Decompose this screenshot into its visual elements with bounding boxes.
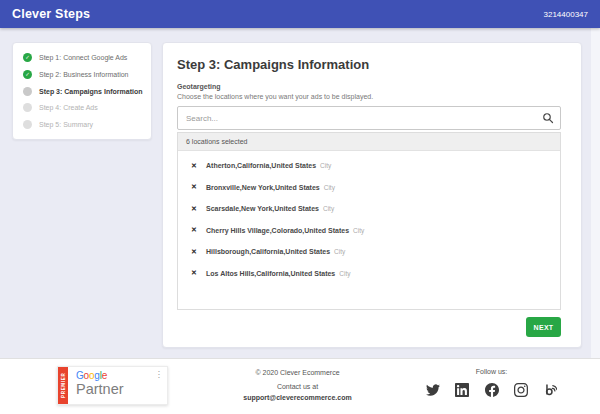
location-item: ✕ Los Altos Hills,California,United Stat…	[178, 263, 560, 285]
partner-label: Partner	[76, 382, 124, 397]
step-label: Step 2: Business Information	[39, 71, 129, 78]
step-dot-icon	[23, 87, 32, 96]
scrollbar-track[interactable]	[591, 28, 600, 358]
geotargeting-label: Geotargeting	[177, 83, 561, 90]
location-search	[177, 106, 561, 130]
location-name: Bronxville,New York,United States	[206, 184, 320, 191]
app-screen: Clever Steps 3214400347 ✓ Step 1: Connec…	[0, 0, 600, 414]
sidebar-item-step-1[interactable]: ✓ Step 1: Connect Google Ads	[23, 53, 141, 62]
premier-ribbon: PREMIER	[58, 367, 68, 404]
steps-sidebar: ✓ Step 1: Connect Google Ads ✓ Step 2: B…	[12, 42, 152, 140]
facebook-icon[interactable]	[485, 383, 499, 397]
google-letter: G	[76, 370, 84, 381]
kebab-menu-icon[interactable]: ⋮	[155, 370, 164, 379]
location-type-badge: City	[323, 205, 334, 212]
step-dot-icon	[23, 120, 32, 129]
location-type-badge: City	[334, 248, 345, 255]
location-item: ✕ Atherton,California,United States City	[178, 155, 560, 177]
linkedin-icon[interactable]	[455, 383, 469, 397]
remove-location-icon[interactable]: ✕	[191, 162, 202, 170]
contact-line: Contact us at	[190, 383, 405, 390]
location-type-badge: City	[320, 162, 331, 169]
footer-social: Follow us:	[425, 368, 558, 397]
instagram-icon[interactable]	[514, 383, 528, 397]
footer-center: © 2020 Clever Ecommerce Contact us at su…	[190, 369, 405, 401]
location-item: ✕ Hillsborough,California,United States …	[178, 241, 560, 263]
sidebar-item-step-2[interactable]: ✓ Step 2: Business Information	[23, 70, 141, 79]
google-logo: Google	[76, 371, 124, 381]
location-name: Hillsborough,California,United States	[206, 248, 330, 255]
location-name: Cherry Hills Village,Colorado,United Sta…	[206, 227, 349, 234]
remove-location-icon[interactable]: ✕	[191, 183, 202, 191]
location-type-badge: City	[324, 184, 335, 191]
location-type-badge: City	[353, 227, 364, 234]
location-name: Los Altos Hills,California,United States	[206, 270, 335, 277]
google-letter: e	[102, 370, 107, 381]
location-name: Atherton,California,United States	[206, 162, 316, 169]
location-name: Scarsdale,New York,United States	[206, 205, 319, 212]
remove-location-icon[interactable]: ✕	[191, 205, 202, 213]
copyright: © 2020 Clever Ecommerce	[190, 369, 405, 376]
follow-us-label: Follow us:	[425, 368, 558, 375]
step-label: Step 1: Connect Google Ads	[39, 54, 127, 61]
app-footer: PREMIER Google Partner ⋮ © 2020 Clever E…	[0, 358, 600, 414]
step-label: Step 4: Create Ads	[39, 104, 98, 111]
remove-location-icon[interactable]: ✕	[191, 226, 202, 234]
app-title: Clever Steps	[12, 7, 90, 21]
social-icons-row	[425, 383, 558, 397]
locations-list: ✕ Atherton,California,United States City…	[178, 151, 560, 309]
campaigns-info-card: Step 3: Campaigns Information Geotargeti…	[162, 42, 582, 348]
partner-badge-body: Google Partner	[68, 367, 124, 404]
remove-location-icon[interactable]: ✕	[191, 269, 202, 277]
step-dot-icon	[23, 103, 32, 112]
google-partner-badge: PREMIER Google Partner ⋮	[57, 366, 168, 405]
contact-email-link[interactable]: support@cleverecommerce.com	[190, 394, 405, 401]
sidebar-item-step-5[interactable]: Step 5: Summary	[23, 120, 141, 129]
twitter-icon[interactable]	[426, 383, 440, 397]
account-id: 3214400347	[544, 10, 589, 19]
location-type-badge: City	[339, 270, 350, 277]
location-item: ✕ Bronxville,New York,United States City	[178, 177, 560, 199]
step-label: Step 3: Campaigns Information	[39, 88, 142, 95]
next-button[interactable]: NEXT	[526, 317, 561, 337]
check-icon: ✓	[23, 70, 32, 79]
app-header: Clever Steps 3214400347	[0, 0, 600, 28]
locations-panel: 6 locations selected ✕ Atherton,Californ…	[177, 132, 561, 310]
page-title: Step 3: Campaigns Information	[177, 57, 561, 72]
blog-icon[interactable]	[543, 383, 557, 397]
locations-count: 6 locations selected	[178, 133, 560, 151]
remove-location-icon[interactable]: ✕	[191, 248, 202, 256]
search-input[interactable]	[177, 106, 561, 130]
sidebar-item-step-3[interactable]: Step 3: Campaigns Information	[23, 87, 141, 96]
geotargeting-hint: Choose the locations where you want your…	[177, 93, 561, 100]
step-label: Step 5: Summary	[39, 121, 93, 128]
check-icon: ✓	[23, 53, 32, 62]
sidebar-item-step-4[interactable]: Step 4: Create Ads	[23, 103, 141, 112]
location-item: ✕ Scarsdale,New York,United States City	[178, 198, 560, 220]
location-item: ✕ Cherry Hills Village,Colorado,United S…	[178, 220, 560, 242]
search-icon[interactable]	[542, 112, 554, 124]
